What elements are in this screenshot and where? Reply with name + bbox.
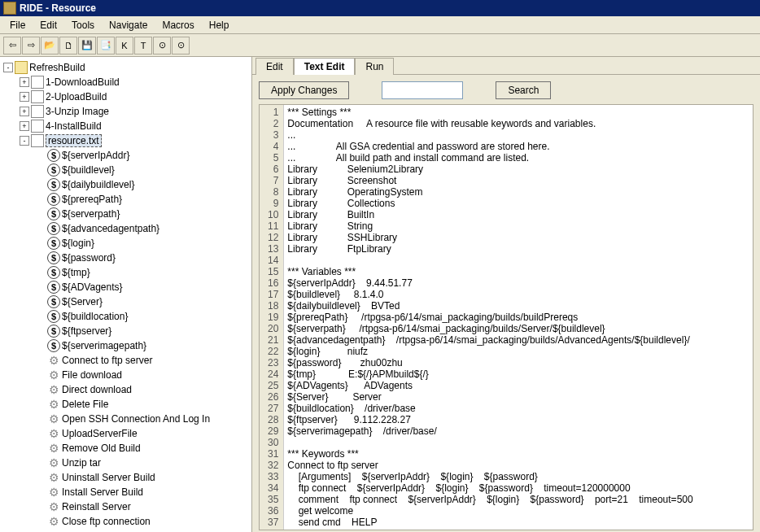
tree-expander-icon[interactable]: + (20, 107, 29, 116)
tree-item[interactable]: ⚙Direct download (0, 382, 251, 397)
tree-item[interactable]: -RefreshBuild (0, 60, 251, 75)
menu-help[interactable]: Help (203, 18, 236, 33)
tree-expander-icon[interactable]: + (20, 121, 29, 131)
code-line[interactable]: ${ADVagents} ADVagents (287, 380, 692, 391)
tree-item[interactable]: $${serverpath} (0, 207, 251, 221)
tree-expander-icon[interactable]: + (20, 92, 29, 102)
tree-item[interactable]: $${advancedagentpath} (0, 221, 251, 236)
code-line[interactable]: Library BuiltIn (287, 209, 692, 220)
code-line[interactable]: Library Collections (287, 198, 692, 209)
code-line[interactable]: ... (287, 129, 692, 141)
code-line[interactable]: *** Settings *** (287, 107, 692, 118)
code-line[interactable]: comment ftp connect ${serverIpAddr} ${lo… (287, 494, 692, 505)
tree-item[interactable]: $${buildlocation} (0, 309, 251, 324)
tree-item[interactable]: $${serverIpAddr} (0, 148, 251, 163)
code-line[interactable]: ... All build path and install command a… (287, 152, 692, 164)
code-line[interactable]: Library String (287, 220, 692, 232)
tree-item[interactable]: $${dailybuildlevel} (0, 177, 251, 192)
code-line[interactable]: ${advancedagentpath} /rtpgsa-p6/14/smai_… (287, 334, 692, 346)
tree-item[interactable]: ⚙Uninstall Server Build (0, 470, 251, 485)
tree-item[interactable]: ⚙Close ftp connection (0, 514, 251, 529)
tree-item[interactable]: $${Server} (0, 294, 251, 309)
code-line[interactable] (287, 255, 692, 266)
toolbar-button-3[interactable]: 🗋 (59, 37, 77, 55)
tree-expander-icon[interactable]: - (3, 63, 13, 72)
text-editor[interactable]: 1234567891011121314151617181920212223242… (259, 104, 753, 530)
tree-item[interactable]: -resource.txt (0, 133, 251, 148)
code-line[interactable]: ... All GSA credential and password are … (287, 141, 692, 152)
toolbar-button-5[interactable]: 📑 (97, 37, 115, 55)
toolbar-button-7[interactable]: T (134, 37, 152, 55)
code-line[interactable]: ${ftpserver} 9.112.228.27 (287, 414, 692, 425)
tree-item[interactable]: $${tmp} (0, 265, 251, 280)
code-line[interactable]: ${prereqPath} /rtpgsa-p6/14/smai_packagi… (287, 312, 692, 323)
code-line[interactable]: ${login} niufz (287, 346, 692, 357)
code-line[interactable]: ${password} zhu00zhu (287, 357, 692, 368)
code-line[interactable]: Library SSHLibrary (287, 232, 692, 243)
tree-item[interactable]: ⚙Unzip tar (0, 456, 251, 470)
tree-item[interactable]: $${buildlevel} (0, 163, 251, 177)
menu-edit[interactable]: Edit (33, 18, 63, 33)
tree-item[interactable]: +3-Unzip Image (0, 104, 251, 119)
code-line[interactable]: ${tmp} E:${/}APMbuild${/} (287, 368, 692, 380)
code-line[interactable]: ${Server} Server (287, 391, 692, 403)
code-line[interactable]: [Arguments] ${serverIpAddr} ${login} ${p… (287, 471, 692, 482)
tree-item[interactable]: $${serverimagepath} (0, 338, 251, 353)
code-line[interactable]: ${serverpath} /rtpgsa-p6/14/smai_packagi… (287, 323, 692, 334)
tree-item[interactable]: +1-DownloadBuild (0, 75, 251, 89)
tab-edit[interactable]: Edit (256, 58, 294, 75)
apply-changes-button[interactable]: Apply Changes (259, 81, 349, 99)
tree-expander-icon[interactable]: - (20, 136, 29, 146)
tab-text-edit[interactable]: Text Edit (294, 58, 356, 75)
tree-item[interactable]: ⚙Reinstall Server (0, 499, 251, 514)
code-line[interactable]: *** Keywords *** (287, 448, 692, 460)
code-line[interactable]: ${buildlocation} /driver/base (287, 403, 692, 414)
code-line[interactable]: Library OperatingSystem (287, 186, 692, 198)
toolbar-button-9[interactable]: ⊙ (172, 37, 190, 55)
toolbar-button-8[interactable]: ⊙ (153, 37, 171, 55)
tree-item[interactable]: +2-UploadBuild (0, 89, 251, 104)
tree-item[interactable]: ⚙Delete File (0, 397, 251, 412)
code-line[interactable]: Library Selenium2Library (287, 164, 692, 175)
tree-item[interactable]: ⚙Connect to ftp server (0, 353, 251, 368)
tree-item[interactable]: $${prereqPath} (0, 192, 251, 207)
code-line[interactable] (287, 437, 692, 448)
menu-macros[interactable]: Macros (155, 18, 200, 33)
search-button[interactable]: Search (496, 81, 551, 99)
toolbar-button-0[interactable]: ⇦ (3, 37, 21, 55)
code-line[interactable]: ${dailybuildlevel} BVTed (287, 300, 692, 312)
menu-tools[interactable]: Tools (65, 18, 101, 33)
code-line[interactable]: send cmd HELP (287, 517, 692, 528)
tree-item[interactable]: +4-InstallBuild (0, 119, 251, 133)
tree-item[interactable]: ⚙File download (0, 368, 251, 382)
toolbar-button-4[interactable]: 💾 (78, 37, 96, 55)
code-line[interactable]: Connect to ftp server (287, 460, 692, 471)
code-line[interactable]: ${buildlevel} 8.1.4.0 (287, 289, 692, 300)
code-line[interactable]: Documentation A resource file with reusa… (287, 118, 692, 129)
code-line[interactable]: *** Variables *** (287, 266, 692, 277)
tree-item[interactable]: ⚙UploadServerFile (0, 426, 251, 441)
toolbar-button-6[interactable]: K (116, 37, 133, 55)
code-area[interactable]: *** Settings ***Documentation A resource… (284, 105, 696, 530)
menu-file[interactable]: File (3, 18, 32, 33)
tree-item[interactable]: ⚙Install Server Build (0, 485, 251, 499)
tree-item[interactable]: ⚙Open SSH Connection And Log In (0, 412, 251, 426)
code-line[interactable]: ftp connect ${serverIpAddr} ${login} ${p… (287, 482, 692, 494)
tree-item[interactable]: $${ADVagents} (0, 280, 251, 294)
tree-item[interactable]: $${login} (0, 236, 251, 251)
code-line[interactable]: ${serverimagepath} /driver/base/ (287, 425, 692, 437)
toolbar-button-2[interactable]: 📂 (41, 37, 59, 55)
project-tree[interactable]: -RefreshBuild+1-DownloadBuild+2-UploadBu… (0, 57, 252, 532)
tree-item[interactable]: $${password} (0, 251, 251, 265)
code-line[interactable]: Library FtpLibrary (287, 243, 692, 255)
tree-expander-icon[interactable]: + (20, 77, 29, 87)
code-line[interactable]: Library Screenshot (287, 175, 692, 186)
code-line[interactable]: get welcome (287, 505, 692, 517)
tree-item[interactable]: ⚙Remove Old Build (0, 441, 251, 456)
toolbar-button-1[interactable]: ⇨ (22, 37, 40, 55)
tree-item[interactable]: $${ftpserver} (0, 324, 251, 338)
menu-navigate[interactable]: Navigate (103, 18, 154, 33)
code-line[interactable]: ${serverIpAddr} 9.44.51.77 (287, 277, 692, 289)
search-input[interactable] (382, 81, 463, 99)
tab-run[interactable]: Run (355, 58, 394, 75)
